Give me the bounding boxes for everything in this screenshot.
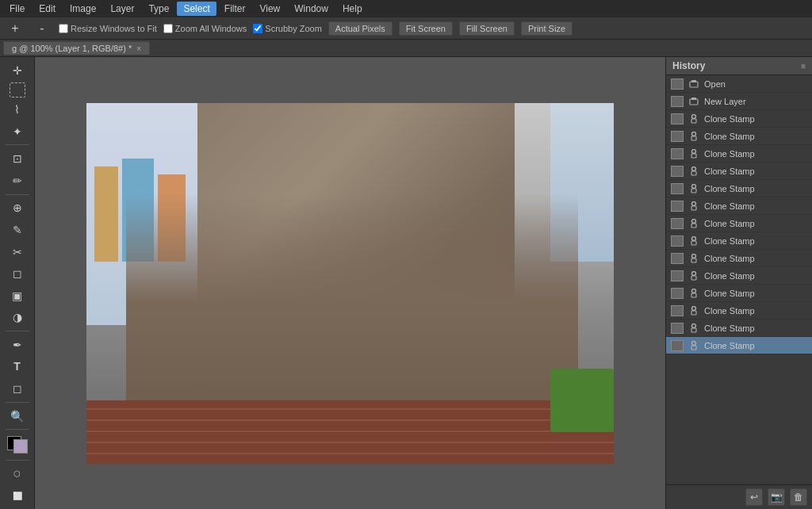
print-size-button[interactable]: Print Size bbox=[521, 21, 573, 36]
scrubby-zoom-checkbox[interactable] bbox=[253, 24, 262, 33]
shape-tool[interactable]: ◻ bbox=[7, 378, 28, 399]
marquee-tool[interactable] bbox=[10, 82, 25, 98]
svg-rect-13 bbox=[691, 189, 696, 193]
resize-windows-label[interactable]: Resize Windows to Fit bbox=[59, 24, 157, 33]
magic-wand-tool[interactable]: ✦ bbox=[7, 121, 28, 142]
brush-tool[interactable]: ✎ bbox=[7, 220, 28, 240]
pen-tool[interactable]: ✒ bbox=[7, 335, 28, 355]
svg-point-18 bbox=[692, 236, 696, 240]
fit-screen-button[interactable]: Fit Screen bbox=[399, 21, 453, 36]
history-item[interactable]: Clone Stamp bbox=[666, 285, 812, 302]
history-list[interactable]: OpenNew LayerClone StampClone StampClone… bbox=[666, 75, 812, 484]
history-item[interactable]: Clone Stamp bbox=[666, 180, 812, 197]
resize-windows-checkbox[interactable] bbox=[59, 24, 68, 33]
history-item-label: New Layer bbox=[704, 97, 746, 106]
history-item-label: Open bbox=[704, 79, 726, 89]
clone-stamp-icon bbox=[688, 183, 699, 194]
building-1 bbox=[94, 166, 118, 262]
history-item[interactable]: Clone Stamp bbox=[666, 215, 812, 232]
menu-bar: File Edit Image Layer Type Select Filter… bbox=[0, 0, 812, 17]
menu-view[interactable]: View bbox=[253, 2, 286, 16]
zoom-all-windows-checkbox[interactable] bbox=[163, 24, 173, 33]
svg-rect-29 bbox=[691, 328, 696, 332]
zoom-out-button[interactable]: - bbox=[32, 18, 52, 39]
tab-close-button[interactable]: × bbox=[136, 44, 141, 53]
svg-point-12 bbox=[692, 184, 696, 188]
background-color[interactable] bbox=[13, 439, 28, 454]
history-item[interactable]: New Layer bbox=[666, 93, 812, 110]
history-item[interactable]: Clone Stamp bbox=[666, 145, 812, 163]
screen-mode-button[interactable]: ⬜ bbox=[7, 486, 28, 507]
history-item-label: Clone Stamp bbox=[704, 114, 755, 124]
menu-filter[interactable]: Filter bbox=[218, 2, 252, 16]
history-item[interactable]: Clone Stamp bbox=[666, 110, 812, 128]
menu-file[interactable]: File bbox=[3, 2, 31, 16]
history-item[interactable]: Clone Stamp bbox=[666, 197, 812, 215]
actual-pixels-button[interactable]: Actual Pixels bbox=[328, 21, 393, 36]
svg-rect-1 bbox=[691, 80, 696, 82]
history-item[interactable]: Clone Stamp bbox=[666, 337, 812, 354]
history-item[interactable]: Open bbox=[666, 75, 812, 93]
gradient-tool[interactable]: ▣ bbox=[7, 285, 28, 306]
dodge-tool[interactable]: ◑ bbox=[7, 307, 28, 327]
fill-screen-button[interactable]: Fill Screen bbox=[459, 21, 515, 36]
menu-window[interactable]: Window bbox=[288, 2, 335, 16]
zoom-in-button[interactable]: + bbox=[5, 18, 25, 39]
history-item[interactable]: Clone Stamp bbox=[666, 128, 812, 145]
history-item-label: Clone Stamp bbox=[704, 132, 755, 141]
menu-select[interactable]: Select bbox=[177, 2, 216, 16]
text-tool[interactable]: T bbox=[7, 357, 28, 377]
svg-point-24 bbox=[692, 289, 696, 293]
history-title: History bbox=[672, 60, 705, 71]
history-item[interactable]: Clone Stamp bbox=[666, 302, 812, 320]
clone-stamp-icon bbox=[688, 235, 699, 247]
menu-type[interactable]: Type bbox=[142, 2, 175, 16]
zoom-all-windows-label[interactable]: Zoom All Windows bbox=[163, 24, 247, 33]
healing-tool[interactable]: ⊕ bbox=[7, 198, 28, 219]
canvas-wrapper bbox=[86, 103, 614, 464]
eyedropper-tool[interactable]: ✏ bbox=[7, 170, 28, 191]
move-tool[interactable]: ✛ bbox=[7, 60, 28, 81]
svg-rect-23 bbox=[691, 276, 696, 280]
layer-icon bbox=[688, 96, 699, 107]
clone-stamp-icon bbox=[688, 288, 699, 299]
clone-stamp-icon bbox=[688, 131, 699, 142]
left-toolbar: ✛ ⌇ ✦ ⊡ ✏ ⊕ ✎ ✂ ◻ ▣ ◑ ✒ T ◻ 🔍 ⬡ ⬜ bbox=[0, 57, 35, 509]
eraser-tool[interactable]: ◻ bbox=[7, 263, 28, 284]
history-expand-button[interactable]: ≡ bbox=[801, 62, 806, 71]
history-item[interactable]: Clone Stamp bbox=[666, 232, 812, 250]
scrubby-zoom-label[interactable]: Scrubby Zoom bbox=[253, 24, 322, 33]
clone-stamp-tool[interactable]: ✂ bbox=[7, 242, 28, 262]
history-item-thumb bbox=[671, 131, 684, 142]
delete-state-button[interactable]: 🗑 bbox=[790, 488, 807, 506]
lasso-tool[interactable]: ⌇ bbox=[7, 99, 28, 120]
color-picker[interactable] bbox=[7, 436, 28, 454]
history-item-label: Clone Stamp bbox=[704, 201, 755, 211]
svg-point-4 bbox=[692, 114, 696, 118]
svg-rect-17 bbox=[691, 224, 696, 228]
document-tab[interactable]: g @ 100% (Layer 1, RGB/8#) * × bbox=[3, 41, 150, 55]
crop-tool[interactable]: ⊡ bbox=[7, 148, 28, 169]
create-snapshot-button[interactable]: ↩ bbox=[745, 488, 763, 506]
history-item[interactable]: Clone Stamp bbox=[666, 163, 812, 180]
quick-mask-button[interactable]: ⬡ bbox=[7, 464, 28, 484]
menu-layer[interactable]: Layer bbox=[104, 2, 140, 16]
history-item-label: Clone Stamp bbox=[704, 166, 755, 176]
create-document-button[interactable]: 📷 bbox=[768, 488, 785, 506]
tab-bar: g @ 100% (Layer 1, RGB/8#) * × bbox=[0, 40, 812, 57]
history-item[interactable]: Clone Stamp bbox=[666, 250, 812, 267]
history-footer: ↩ 📷 🗑 bbox=[666, 484, 812, 509]
svg-point-26 bbox=[692, 306, 696, 310]
history-item[interactable]: Clone Stamp bbox=[666, 267, 812, 285]
grass-area bbox=[550, 369, 614, 432]
menu-help[interactable]: Help bbox=[336, 2, 369, 16]
options-bar: + - Resize Windows to Fit Zoom All Windo… bbox=[0, 17, 812, 40]
history-item-thumb bbox=[671, 305, 684, 316]
zoom-tool[interactable]: 🔍 bbox=[7, 406, 28, 427]
history-item-label: Clone Stamp bbox=[704, 236, 755, 246]
canvas-image[interactable] bbox=[86, 103, 614, 464]
history-item[interactable]: Clone Stamp bbox=[666, 320, 812, 337]
history-item-thumb bbox=[671, 270, 684, 281]
menu-image[interactable]: Image bbox=[63, 2, 102, 16]
menu-edit[interactable]: Edit bbox=[33, 2, 62, 16]
